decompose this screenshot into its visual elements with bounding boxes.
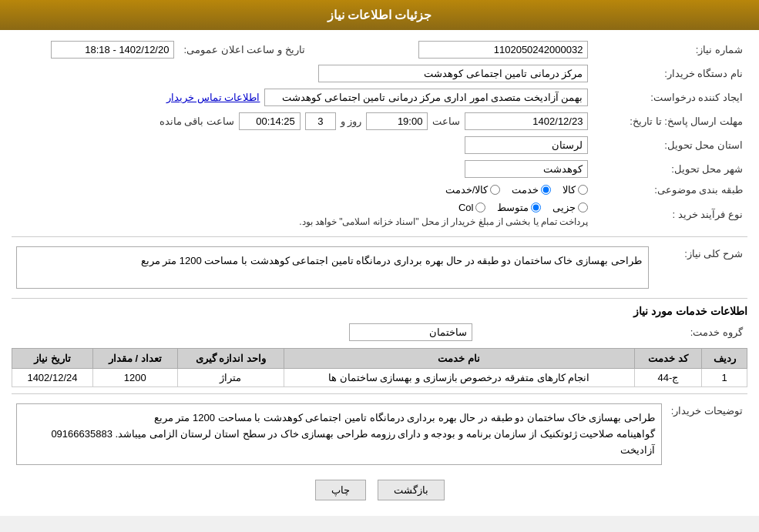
sharh-label: شرح کلی نیاز: bbox=[653, 243, 747, 292]
ijad-konande-label: ایجاد کننده درخواست: bbox=[593, 85, 747, 109]
tabaqe-khadamat-radio[interactable] bbox=[541, 185, 551, 195]
nam-dastgah-value: مرکز درمانی تامین اجتماعی کوهدشت bbox=[318, 65, 588, 82]
tarikh-value: 1402/12/20 - 18:18 bbox=[51, 41, 174, 59]
col-nam: نام خدمت bbox=[284, 349, 634, 369]
noe-kolan-radio[interactable] bbox=[475, 202, 485, 212]
noe-motavasset-label: متوسط bbox=[497, 202, 529, 213]
tabaqe-kala-khadamat-radio[interactable] bbox=[490, 185, 500, 195]
tabaqe-kala-radio[interactable] bbox=[578, 185, 588, 195]
mohlat-time-label: ساعت bbox=[432, 115, 460, 127]
shahr-label: شهر محل تحویل: bbox=[593, 157, 747, 181]
col-vahed: واحد اندازه گیری bbox=[177, 349, 284, 369]
tabaqe-kala-label: کالا bbox=[563, 184, 576, 196]
tabaqe-kala-option[interactable]: کالا bbox=[563, 184, 588, 196]
noe-motavasset-radio[interactable] bbox=[531, 202, 541, 212]
col-tarikh: تاریخ نیاز bbox=[12, 349, 93, 369]
btn-chap[interactable]: چاپ bbox=[315, 480, 366, 500]
tabaqe-kala-khadamat-option[interactable]: کالا/خدمت bbox=[445, 184, 501, 196]
table-cell-nam: انجام کارهای متفرقه درخصوص بازسازی و بهس… bbox=[284, 369, 634, 387]
noe-farayand-label: نوع فرآیند خرید : bbox=[593, 199, 747, 230]
mohlat-time: 19:00 bbox=[366, 112, 428, 130]
mohlat-baqi: 00:14:25 bbox=[239, 112, 301, 130]
khadamat-section-title: اطلاعات خدمات مورد نیاز bbox=[12, 305, 747, 317]
col-tedad: تعداد / مقدار bbox=[92, 349, 177, 369]
shahr-value: کوهدشت bbox=[465, 160, 588, 178]
table-cell-tarikh: 1402/12/24 bbox=[12, 369, 93, 387]
nam-dastgah-label: نام دستگاه خریدار: bbox=[593, 62, 747, 85]
noe-kolan-label: Col bbox=[458, 202, 474, 213]
mohlat-label: مهلت ارسال پاسخ: تا تاریخ: bbox=[593, 109, 747, 133]
mohlat-date: 1402/12/23 bbox=[465, 112, 588, 130]
ijad-konande-link[interactable]: اطلاعات تماس خریدار bbox=[166, 92, 260, 103]
btn-bazgasht[interactable]: بازگشت bbox=[378, 480, 445, 500]
tabaqe-label: طبقه بندی موضوعی: bbox=[593, 181, 747, 199]
mohlat-roz: 3 bbox=[305, 112, 336, 130]
services-table: ردیف کد خدمت نام خدمت واحد اندازه گیری ت… bbox=[12, 348, 747, 387]
tosihaat-label: توضیحات خریدار: bbox=[667, 400, 747, 468]
sharh-value: طراحی بهسازی خاک ساختمان دو طبقه در حال … bbox=[16, 246, 649, 289]
noe-jozi-option[interactable]: جزیی bbox=[552, 202, 588, 213]
tabaqe-khadamat-label: خدمت bbox=[512, 184, 539, 196]
noe-notice: پرداخت تمام یا بخشی از مبلغ خریدار از مح… bbox=[299, 216, 588, 227]
table-cell-kod: ج-44 bbox=[634, 369, 702, 387]
table-cell-vahed: متراژ bbox=[177, 369, 284, 387]
tabaqe-kala-khadamat-label: کالا/خدمت bbox=[445, 184, 489, 196]
ostan-label: استان محل تحویل: bbox=[593, 133, 747, 157]
mohlat-baqi-label: ساعت باقی مانده bbox=[160, 115, 234, 127]
gorohe-khadamat-value: ساختمان bbox=[349, 323, 472, 341]
noe-jozi-label: جزیی bbox=[552, 202, 576, 213]
mohlat-roz-label: روز و bbox=[341, 115, 362, 127]
shomara-niaz-value: 1102050242000032 bbox=[418, 41, 588, 59]
tosihaat-value: طراحی بهسازی خاک ساختمان دو طبقه در حال … bbox=[16, 403, 662, 465]
tarikh-label: تاریخ و ساعت اعلان عمومی: bbox=[179, 38, 344, 62]
col-kod: کد خدمت bbox=[634, 349, 702, 369]
noe-kolan-option[interactable]: Col bbox=[458, 202, 486, 213]
table-row: 1ج-44انجام کارهای متفرقه درخصوص بازسازی … bbox=[12, 369, 747, 387]
ostan-value: لرستان bbox=[465, 136, 588, 154]
gorohe-khadamat-label: گروه خدمت: bbox=[477, 320, 747, 344]
noe-jozi-radio[interactable] bbox=[578, 202, 588, 212]
buttons-row: بازگشت چاپ bbox=[12, 480, 747, 500]
ijad-konande-value: بهمن آزادیخت متصدی امور اداری مرکز درمان… bbox=[264, 89, 588, 106]
table-cell-radif: 1 bbox=[702, 369, 747, 387]
page-title: جزئیات اطلاعات نیاز bbox=[327, 8, 432, 22]
tabaqe-khadamat-option[interactable]: خدمت bbox=[512, 184, 551, 196]
page-header: جزئیات اطلاعات نیاز bbox=[0, 0, 759, 30]
shomara-niaz-label: شماره نیاز: bbox=[593, 38, 747, 62]
col-radif: ردیف bbox=[702, 349, 747, 369]
noe-motavasset-option[interactable]: متوسط bbox=[497, 202, 541, 213]
table-cell-tedad: 1200 bbox=[92, 369, 177, 387]
